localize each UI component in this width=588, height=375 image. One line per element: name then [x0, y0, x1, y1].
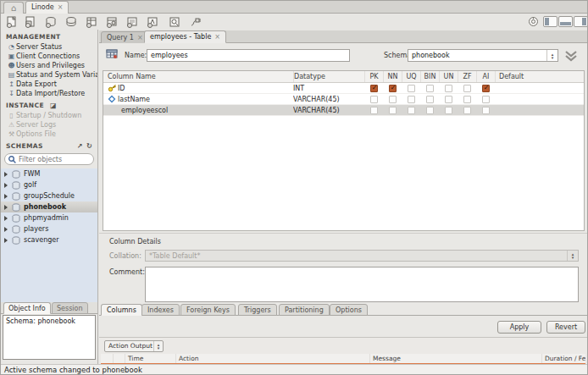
close-icon[interactable]: ×	[214, 33, 220, 41]
bin-checkbox[interactable]	[426, 85, 434, 92]
pk-checkbox[interactable]	[370, 96, 378, 103]
zf-checkbox[interactable]	[463, 85, 471, 92]
home-tab[interactable]: ⌂	[3, 2, 24, 14]
ai-checkbox[interactable]	[482, 85, 490, 92]
zf-checkbox[interactable]	[463, 96, 471, 103]
bin-checkbox[interactable]	[426, 107, 434, 114]
apply-button[interactable]: Apply	[497, 321, 541, 334]
sidebar-item-options-file[interactable]: ⚒Options File	[1, 130, 97, 139]
header-datatype[interactable]: Datatype	[293, 71, 364, 82]
create-view-icon[interactable]	[104, 15, 119, 28]
un-checkbox[interactable]	[445, 85, 452, 92]
header-action[interactable]: Action	[175, 354, 369, 363]
header-default[interactable]: Default	[495, 71, 584, 82]
ai-checkbox[interactable]	[482, 96, 490, 103]
action-output-selector[interactable]: Action Output▴▾	[104, 340, 164, 352]
clock-icon[interactable]	[526, 15, 541, 28]
tab-session[interactable]: Session	[52, 302, 88, 314]
close-icon[interactable]: ×	[58, 3, 64, 11]
zf-checkbox[interactable]	[463, 107, 471, 114]
subtab-options[interactable]: Options	[330, 304, 368, 316]
refresh-schemas-icon[interactable]: ↻	[86, 142, 92, 150]
open-sql-script-icon[interactable]	[23, 15, 37, 28]
ai-checkbox[interactable]	[482, 107, 490, 114]
schema-filter-input[interactable]	[19, 156, 86, 163]
drop-schema-icon[interactable]	[64, 15, 78, 28]
un-checkbox[interactable]	[445, 96, 452, 103]
stepper-icon[interactable]: ▴▾	[153, 341, 163, 351]
expand-schemas-icon[interactable]: ↗	[77, 142, 83, 150]
subtab-foreign-keys[interactable]: Foreign Keys	[180, 304, 236, 316]
header-column-name[interactable]: Column Name	[103, 71, 293, 82]
toggle-right-panel-button[interactable]	[574, 16, 588, 27]
nn-checkbox[interactable]	[389, 107, 397, 114]
sidebar-item-data-export[interactable]: ↥Data Export	[1, 80, 97, 89]
pk-checkbox[interactable]	[370, 85, 378, 92]
pk-checkbox[interactable]	[370, 107, 378, 114]
expander-icon[interactable]	[4, 238, 8, 243]
table-row-lastname[interactable]: lastName VARCHAR(45)	[103, 94, 584, 105]
stepper-icon[interactable]: ▴▾	[546, 50, 557, 61]
header-uq[interactable]: UQ	[402, 71, 420, 82]
chevron-double-down-icon[interactable]	[563, 50, 579, 63]
expander-icon[interactable]	[4, 227, 8, 232]
subtab-columns[interactable]: Columns	[101, 304, 142, 316]
subtab-triggers[interactable]: Triggers	[238, 304, 277, 316]
collation-combo[interactable]: *Table Default*▴▾	[145, 250, 579, 262]
search-table-data-icon[interactable]	[167, 15, 181, 28]
header-duration-fetch[interactable]: Duration / Fetch	[541, 354, 585, 363]
toggle-bottom-panel-button[interactable]	[558, 16, 573, 27]
un-checkbox[interactable]	[445, 107, 452, 114]
header-nn[interactable]: NN	[383, 71, 402, 82]
uq-checkbox[interactable]	[408, 107, 415, 114]
subtab-indexes[interactable]: Indexes	[141, 304, 180, 316]
connection-tab-linode[interactable]: Linode×	[25, 1, 69, 14]
header-ai[interactable]: AI	[476, 71, 495, 82]
table-row-employeescol-selected[interactable]: employeescol VARCHAR(45)	[103, 105, 584, 116]
revert-button[interactable]: Revert	[546, 321, 585, 334]
stepper-icon[interactable]: ▴▾	[567, 251, 578, 261]
nn-checkbox[interactable]	[389, 96, 397, 103]
subtab-partitioning[interactable]: Partitioning	[279, 304, 330, 316]
schema-item-scavenger[interactable]: scavenger	[1, 234, 97, 245]
expander-icon[interactable]	[4, 216, 8, 221]
header-message[interactable]: Message	[369, 354, 541, 363]
create-table-icon[interactable]	[84, 15, 98, 28]
header-pk[interactable]: PK	[364, 71, 383, 82]
sidebar-item-server-status[interactable]: ◔Server Status	[1, 42, 97, 52]
expander-icon[interactable]	[4, 194, 8, 199]
name-input[interactable]: employees	[147, 49, 350, 62]
header-bin[interactable]: BIN	[420, 71, 439, 82]
schema-item-players[interactable]: players	[1, 223, 97, 234]
expander-icon[interactable]	[4, 183, 8, 188]
sidebar-item-data-import[interactable]: ↧Data Import/Restore	[1, 89, 97, 98]
create-procedure-icon[interactable]	[125, 15, 139, 28]
expander-icon[interactable]	[4, 205, 8, 210]
sidebar-item-server-logs[interactable]: ⚠Server Logs	[1, 120, 97, 130]
schema-filter[interactable]	[4, 153, 94, 165]
uq-checkbox[interactable]	[408, 96, 415, 103]
sidebar-item-client-connections[interactable]: ▣Client Connections	[1, 52, 97, 61]
tab-object-info[interactable]: Object Info	[3, 302, 51, 314]
new-query-tab-icon[interactable]	[4, 15, 19, 28]
reconnect-dbms-icon[interactable]	[187, 15, 202, 28]
schema-item-golf[interactable]: golf	[1, 179, 97, 190]
header-un[interactable]: UN	[439, 71, 458, 82]
bin-checkbox[interactable]	[426, 96, 434, 103]
header-time[interactable]: Time	[125, 354, 175, 363]
uq-checkbox[interactable]	[408, 85, 415, 92]
schema-combo[interactable]: phonebook▴▾	[408, 49, 558, 62]
sidebar-item-users-privileges[interactable]: ☻Users and Privileges	[1, 61, 97, 70]
tab-employees-table[interactable]: employees - Table×	[144, 30, 226, 43]
tab-query-1[interactable]: Query 1×	[101, 31, 149, 44]
header-zf[interactable]: ZF	[458, 71, 476, 82]
close-icon[interactable]: ×	[137, 34, 143, 41]
expander-icon[interactable]	[4, 172, 8, 177]
nn-checkbox[interactable]	[389, 85, 397, 92]
create-schema-icon[interactable]	[43, 15, 58, 28]
comment-textarea[interactable]	[145, 267, 579, 302]
create-function-icon[interactable]	[145, 15, 159, 28]
schema-item-phonebook-selected[interactable]: phonebook	[1, 201, 97, 212]
sidebar-item-status-system-variables[interactable]: ▤Status and System Variables	[1, 70, 97, 80]
collapse-section-icon[interactable]: ◪	[50, 102, 57, 109]
